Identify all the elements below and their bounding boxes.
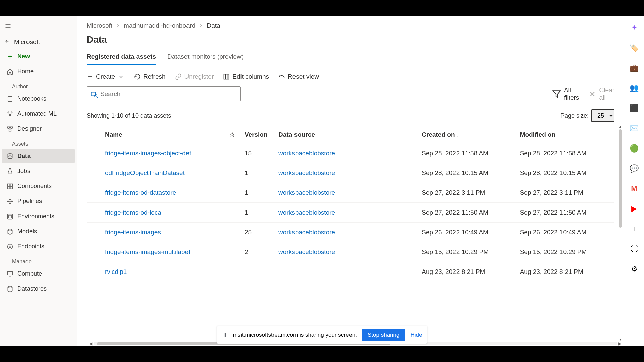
sidebar-item-components[interactable]: Components	[2, 179, 75, 193]
rail-expand-icon[interactable]: ⛶	[629, 244, 639, 254]
col-modified-on[interactable]: Modified on	[517, 126, 614, 143]
scroll-left-icon[interactable]: ◀	[89, 341, 92, 346]
page-size-select[interactable]: 25	[591, 109, 614, 122]
sidebar-item-designer[interactable]: Designer	[2, 122, 75, 136]
col-checkbox[interactable]	[87, 126, 102, 143]
table-row[interactable]: rvlcdip1Aug 23, 2022 8:21 PMAug 23, 2022…	[87, 262, 614, 282]
search-box[interactable]	[87, 86, 241, 101]
asset-name-link[interactable]: fridge-items-images-object-det...	[102, 143, 226, 163]
data-source-link[interactable]: workspaceblobstore	[275, 183, 418, 203]
svg-rect-25	[8, 214, 13, 219]
columns-icon	[223, 73, 230, 80]
asset-name-link[interactable]: odFridgeObjectTrainDataset	[102, 163, 226, 183]
sidebar-item-models[interactable]: Models	[2, 224, 75, 239]
sidebar-item-automl[interactable]: Automated ML	[2, 107, 75, 121]
sidebar-item-endpoints[interactable]: Endpoints	[2, 239, 75, 254]
environments-label: Environments	[17, 213, 54, 220]
sidebar-item-environments[interactable]: Environments	[2, 209, 75, 224]
tab-dataset-monitors[interactable]: Dataset monitors (preview)	[167, 50, 244, 65]
asset-version: 1	[241, 203, 275, 223]
rail-people-icon[interactable]: 👥	[629, 83, 639, 93]
svg-point-21	[8, 201, 9, 202]
asset-version: 25	[241, 223, 275, 242]
asset-version: 1	[241, 163, 275, 183]
stop-sharing-button[interactable]: Stop sharing	[362, 329, 405, 341]
asset-name-link[interactable]: fridge-items-images	[102, 223, 226, 242]
modified-on: Sep 26, 2022 10:49 AM	[517, 223, 614, 242]
right-rail: ✦ 🏷️ 💼 👥 ⬛ ✉️ 🟢 💬 M ▶ + ⛶ ⚙	[624, 16, 644, 346]
sidebar-item-jobs[interactable]: Jobs	[2, 164, 75, 178]
asset-name-link[interactable]: fridge-items-od-datastore	[102, 183, 226, 203]
rail-settings-icon[interactable]: ⚙	[629, 264, 639, 274]
asset-name-link[interactable]: fridge-items-images-multilabel	[102, 242, 226, 262]
refresh-icon	[134, 73, 141, 80]
sidebar-item-data[interactable]: Data	[2, 149, 75, 163]
pause-icon[interactable]: ⏸	[222, 331, 228, 338]
modified-on: Sep 27, 2022 11:50 AM	[517, 203, 614, 223]
table-row[interactable]: fridge-items-od-datastore1workspaceblobs…	[87, 183, 614, 203]
col-name[interactable]: Name	[102, 126, 226, 143]
search-input[interactable]	[100, 90, 237, 98]
table-row[interactable]: fridge-items-od-local1workspaceblobstore…	[87, 203, 614, 223]
rail-office-icon[interactable]: ⬛	[629, 103, 639, 113]
components-label: Components	[17, 183, 52, 190]
asset-name-link[interactable]: fridge-items-od-local	[102, 203, 226, 223]
sidebar-item-notebooks[interactable]: Notebooks	[2, 92, 75, 106]
scroll-down-icon[interactable]: ▼	[619, 338, 622, 341]
chevron-right-icon	[199, 23, 203, 28]
breadcrumb-root[interactable]: Microsoft	[87, 22, 112, 29]
unregister-label: Unregister	[184, 73, 214, 80]
scroll-right-icon[interactable]: ▶	[618, 341, 621, 346]
rail-youtube-icon[interactable]: ▶	[629, 204, 639, 214]
rail-copilot-icon[interactable]: ✦	[629, 23, 639, 33]
hide-button[interactable]: Hide	[410, 331, 422, 338]
col-version[interactable]: Version	[241, 126, 275, 143]
all-filters-button[interactable]: All filters	[552, 86, 579, 101]
clear-all-button[interactable]: Clear all	[588, 86, 614, 101]
sidebar-item-home[interactable]: Home	[2, 64, 75, 79]
scroll-thumb[interactable]	[619, 129, 622, 228]
breadcrumb-workspace[interactable]: madhumaddi-hd-onboard	[124, 22, 195, 29]
workspace-switch[interactable]: Microsoft	[0, 35, 77, 49]
svg-rect-5	[8, 96, 12, 101]
data-source-link[interactable]: workspaceblobstore	[275, 223, 418, 242]
table-row[interactable]: fridge-items-images25workspaceblobstoreS…	[87, 223, 614, 242]
sidebar-item-datastores[interactable]: Datastores	[2, 282, 75, 296]
edit-columns-button[interactable]: Edit columns	[223, 73, 269, 80]
rail-tag-icon[interactable]: 🏷️	[629, 43, 639, 53]
data-source-link[interactable]	[275, 262, 418, 282]
rail-gmail-icon[interactable]: M	[629, 184, 639, 194]
data-source-link[interactable]: workspaceblobstore	[275, 143, 418, 163]
scroll-up-icon[interactable]: ▲	[619, 126, 622, 128]
vertical-scrollbar[interactable]: ▲ ▼	[618, 126, 623, 340]
hamburger-button[interactable]	[0, 19, 77, 35]
tab-registered-assets[interactable]: Registered data assets	[87, 50, 156, 65]
refresh-button[interactable]: Refresh	[134, 73, 166, 80]
col-data-source[interactable]: Data source	[275, 126, 418, 143]
rail-outlook-icon[interactable]: ✉️	[629, 123, 639, 133]
data-source-link[interactable]: workspaceblobstore	[275, 242, 418, 262]
data-source-link[interactable]: workspaceblobstore	[275, 163, 418, 183]
rail-spotify-icon[interactable]: 🟢	[629, 143, 639, 154]
svg-rect-17	[8, 184, 10, 186]
create-button[interactable]: Create	[87, 73, 124, 80]
col-favorite[interactable]: ☆	[226, 126, 241, 143]
data-source-link[interactable]: workspaceblobstore	[275, 203, 418, 223]
table-row[interactable]: odFridgeObjectTrainDataset1workspaceblob…	[87, 163, 614, 183]
screen-share-bar: ⏸ msit.microsoftstream.com is sharing yo…	[217, 326, 427, 344]
created-on: Sep 27, 2022 3:11 PM	[418, 183, 516, 203]
rail-briefcase-icon[interactable]: 💼	[629, 63, 639, 73]
rail-messenger-icon[interactable]: 💬	[629, 164, 639, 174]
new-button[interactable]: New	[2, 49, 75, 64]
section-assets: Assets	[0, 136, 77, 148]
asset-name-link[interactable]: rvlcdip1	[102, 262, 226, 282]
sidebar-item-compute[interactable]: Compute	[2, 266, 75, 281]
svg-rect-26	[9, 215, 11, 218]
reset-view-button[interactable]: Reset view	[278, 73, 319, 80]
sidebar-item-pipelines[interactable]: Pipelines	[2, 194, 75, 208]
rail-add-icon[interactable]: +	[629, 224, 639, 234]
table-row[interactable]: fridge-items-images-object-det...15works…	[87, 143, 614, 163]
table-row[interactable]: fridge-items-images-multilabel2workspace…	[87, 242, 614, 262]
svg-point-15	[8, 153, 12, 155]
col-created-on[interactable]: Created on↓	[418, 126, 516, 143]
